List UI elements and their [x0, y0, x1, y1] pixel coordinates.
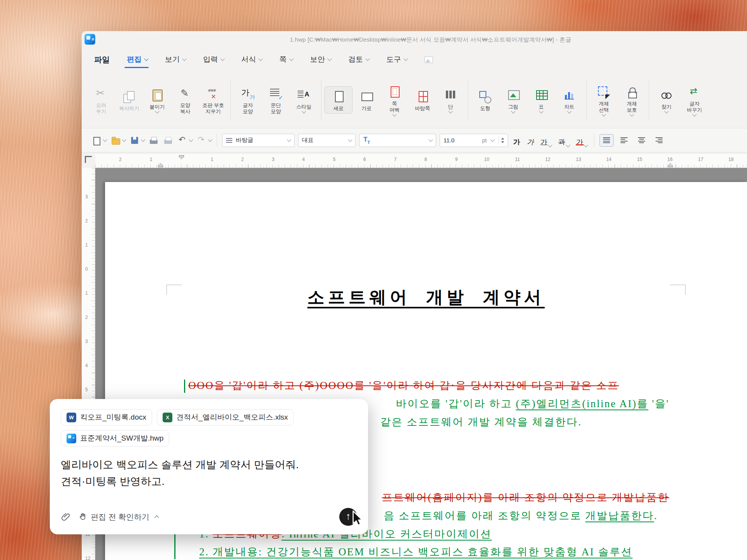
- align-right-button[interactable]: [652, 134, 666, 147]
- ruler-number: 6: [363, 157, 366, 162]
- menu-review[interactable]: 검토: [348, 47, 369, 72]
- para-shape-button[interactable]: 문단 모양: [262, 83, 290, 117]
- doc-line-inserted[interactable]: 같은 소프트웨어 개발 계약을 체결한다.: [380, 415, 582, 429]
- toolbar-separator: [649, 80, 649, 120]
- font-name-icon: [363, 136, 371, 144]
- style-button[interactable]: 스타일: [290, 85, 318, 115]
- ruler-number: 1: [211, 157, 214, 162]
- doc-line-deleted[interactable]: OOO을 '갑'이라 하고 (주)OOOO를 '을'이라 하여 갑·을 당사자간…: [188, 378, 619, 392]
- toolbar-separator: [586, 80, 587, 120]
- confirm-before-edit-toggle[interactable]: 편집 전 확인하기: [79, 512, 158, 522]
- find-button[interactable]: 찾기: [652, 85, 680, 115]
- attachment-filename: 킥오프_미팅록.docx: [80, 412, 146, 422]
- attachment-chip-hwp[interactable]: 표준계약서_SW개발.hwp: [61, 430, 169, 446]
- align-left-icon: [621, 137, 628, 143]
- font-size-unit: pt: [482, 137, 487, 144]
- menu-page[interactable]: 쪽: [279, 47, 293, 72]
- style-preset-select[interactable]: 대표: [298, 134, 356, 147]
- page-margin-button[interactable]: 쪽 여백: [381, 82, 409, 118]
- copy-button: 복사하기: [115, 86, 143, 114]
- print-preview-button[interactable]: [163, 135, 174, 146]
- object-select-icon: [596, 85, 612, 100]
- font-size-stepper[interactable]: [498, 136, 504, 145]
- prompt-message[interactable]: 엘리바이오 백오피스 솔루션 개발 계약서 만들어줘. 견적·미팅록 반영하고.: [61, 457, 357, 490]
- strikethrough-button[interactable]: 과: [557, 134, 571, 147]
- menu-bar: 파일 편집 보기 입력 서식 쪽 보안 검토 도구: [82, 47, 747, 72]
- align-center-button[interactable]: [635, 134, 649, 147]
- columns-button[interactable]: 단: [437, 85, 465, 115]
- undo-button[interactable]: [177, 135, 193, 146]
- word-file-icon: W: [67, 413, 76, 422]
- replace-button[interactable]: 글자 바꾸기: [680, 82, 708, 118]
- font-color-button[interactable]: 가: [575, 134, 589, 147]
- char-shape-button[interactable]: 글자 모양: [234, 83, 262, 117]
- menu-format[interactable]: 서식: [241, 47, 262, 72]
- horizontal-ruler-strip: 2 1 1 2 3 4 5 6 7 8 9 10 11 12 13 14 15 …: [95, 154, 747, 168]
- object-protect-button[interactable]: 개체 보호: [618, 82, 646, 118]
- ruler-number: 2: [119, 157, 122, 162]
- font-size-value: 11.0: [444, 137, 454, 144]
- font-name-select[interactable]: [359, 134, 436, 147]
- new-document-button[interactable]: [91, 135, 107, 146]
- title-bar[interactable]: 1.hwp [C:₩Mac₩Home₩Desktop₩inline₩문서 서식 …: [82, 31, 747, 47]
- master-page-button[interactable]: 바탕쪽: [409, 86, 437, 114]
- ruler-number: 11: [515, 157, 520, 162]
- picture-button[interactable]: 그림: [499, 85, 527, 115]
- align-left-button[interactable]: [617, 134, 631, 147]
- menu-file[interactable]: 파일: [94, 54, 110, 65]
- char-shape-icon: [240, 86, 256, 101]
- attachment-chip-docx[interactable]: W 킥오프_미팅록.docx: [61, 409, 152, 425]
- chevron-down-icon: [490, 137, 494, 142]
- bold-button[interactable]: 가: [512, 134, 522, 147]
- ruler-number: 15: [637, 157, 642, 162]
- landscape-button[interactable]: 가로: [352, 86, 381, 114]
- chevron-down-icon: [220, 56, 224, 61]
- font-size-input[interactable]: 11.0 pt: [440, 134, 508, 147]
- doc-line-inserted[interactable]: 바이오를 '갑'이라 하고 (주)엘리먼츠(inline AI)를 '을': [396, 397, 669, 411]
- page-margin-icon: [387, 85, 402, 100]
- left-indent-marker[interactable]: [158, 163, 163, 167]
- chevron-down-icon: [348, 137, 352, 142]
- page-setup-corner-icon[interactable]: [85, 156, 92, 163]
- menu-insert[interactable]: 입력: [203, 47, 224, 72]
- menu-edit[interactable]: 편집: [127, 47, 148, 72]
- paste-button[interactable]: 붙이기: [143, 85, 171, 115]
- print-button[interactable]: [148, 135, 159, 146]
- menu-security[interactable]: 보안: [310, 47, 331, 72]
- document-title[interactable]: 소프트웨어 개발 계약서: [105, 286, 747, 309]
- doc-line-deleted[interactable]: 프트웨어(홈페이지)를 아래 조항의 약정으로 개발납품한: [382, 490, 669, 504]
- paragraph-style-select[interactable]: 바탕글: [222, 134, 295, 147]
- style-list-icon: [226, 138, 232, 143]
- format-painter-icon: [177, 86, 193, 101]
- first-line-indent-marker[interactable]: [179, 155, 184, 159]
- ruler-number: 10: [484, 157, 489, 162]
- underline-button[interactable]: 가: [539, 134, 553, 147]
- object-select-button[interactable]: 개체 선택: [590, 82, 618, 118]
- ai-prompt-card: W 킥오프_미팅록.docx X 견적서_엘리바이오_백오피스.xlsx 표준계…: [50, 399, 368, 534]
- ruler-number: 5: [85, 387, 88, 392]
- menu-view[interactable]: 보기: [165, 47, 186, 72]
- menu-format-label: 서식: [241, 54, 256, 65]
- cut-button: 오려 두기: [87, 83, 115, 117]
- open-button[interactable]: [110, 135, 126, 146]
- doc-line-inserted[interactable]: 음 소프트웨어를 아래 조항의 약정으로 개발납품한다.: [384, 509, 658, 523]
- italic-button[interactable]: 가: [525, 134, 535, 147]
- attach-file-button[interactable]: [61, 512, 71, 522]
- table-button[interactable]: 표: [527, 85, 555, 115]
- erase-marks-button[interactable]: 조판 부호 지우기: [199, 83, 227, 117]
- prompt-actions: 편집 전 확인하기: [61, 508, 357, 526]
- attachment-chip-xlsx[interactable]: X 견적서_엘리바이오_백오피스.xlsx: [157, 409, 294, 425]
- align-justify-button[interactable]: [600, 134, 614, 147]
- format-copy-button[interactable]: 모양 복사: [171, 83, 199, 117]
- chevron-down-icon: [122, 137, 126, 142]
- menu-tools[interactable]: 도구: [386, 47, 407, 72]
- save-button[interactable]: [129, 135, 145, 146]
- menu-review-label: 검토: [348, 54, 363, 65]
- shapes-button[interactable]: 도형: [471, 86, 499, 114]
- right-indent-marker[interactable]: [668, 163, 673, 167]
- portrait-button[interactable]: 세로: [324, 86, 352, 114]
- ruler-number: 7: [394, 157, 397, 162]
- doc-list-item-2[interactable]: 2. 개발내용: 건강기능식품 OEM 비즈니스 백오피스 효율화를 위한 맞춤…: [199, 545, 633, 559]
- style-preset-value: 대표: [302, 136, 314, 144]
- chart-button[interactable]: 차트: [555, 85, 583, 115]
